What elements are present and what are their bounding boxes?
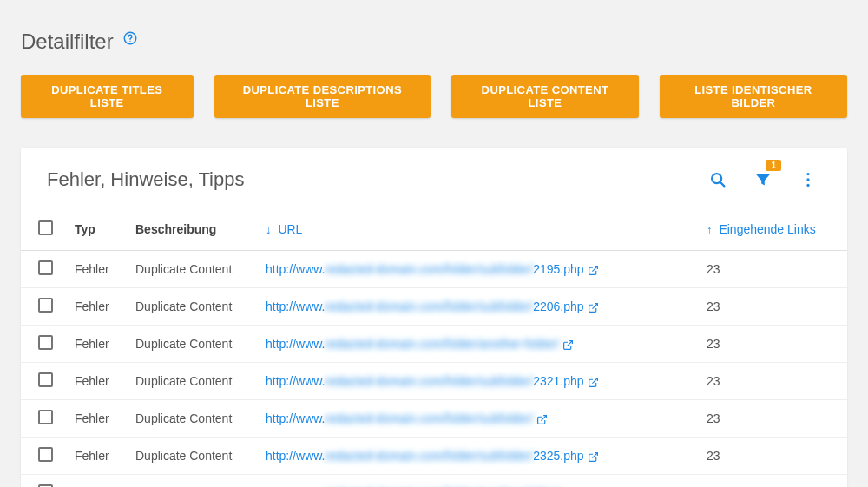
- search-icon[interactable]: [708, 170, 727, 189]
- table-row: FehlerDuplicate Contenthttp://www.redact…: [21, 326, 847, 363]
- svg-line-9: [567, 340, 572, 346]
- sort-down-icon: ↓: [266, 223, 272, 236]
- table-row: FehlerDuplicate Contenthttp://www.redact…: [21, 475, 847, 488]
- row-url: http://www.redacted-domain.com/folder/an…: [259, 326, 700, 363]
- row-url: http://www.redacted-domain.com/folder/su…: [259, 438, 700, 475]
- svg-line-7: [592, 266, 597, 271]
- row-checkbox[interactable]: [38, 298, 53, 313]
- filter-icon[interactable]: 1: [753, 170, 773, 189]
- external-link-icon[interactable]: [588, 265, 599, 276]
- row-checkbox[interactable]: [38, 372, 53, 387]
- url-link[interactable]: http://www.redacted-domain.com/folder/su…: [266, 374, 584, 388]
- row-links: 23: [700, 438, 847, 475]
- row-typ: Fehler: [68, 326, 128, 363]
- row-checkbox[interactable]: [38, 447, 53, 462]
- external-link-icon[interactable]: [588, 302, 599, 313]
- select-all-checkbox[interactable]: [38, 220, 53, 235]
- col-url[interactable]: ↓ URL: [259, 208, 700, 251]
- row-links: 23: [700, 251, 847, 288]
- page-title: Detailfilter: [21, 30, 114, 54]
- url-link[interactable]: http://www.redacted-domain.com/folder/su…: [266, 262, 584, 276]
- external-link-icon[interactable]: [588, 451, 599, 463]
- external-link-icon[interactable]: [562, 339, 574, 351]
- row-typ: Fehler: [68, 363, 128, 400]
- external-link-icon[interactable]: [536, 414, 548, 425]
- row-typ: Fehler: [68, 400, 128, 438]
- row-desc: Duplicate Content: [128, 400, 259, 438]
- row-desc: Duplicate Content: [128, 326, 259, 363]
- table-row: FehlerDuplicate Contenthttp://www.redact…: [21, 363, 847, 400]
- filter-button-row: DUPLICATE TITLES LISTE DUPLICATE DESCRIP…: [0, 63, 868, 118]
- row-typ: Fehler: [68, 251, 128, 288]
- row-links: 19: [700, 475, 847, 488]
- svg-point-4: [806, 173, 809, 175]
- duplicate-titles-button[interactable]: DUPLICATE TITLES LISTE: [21, 75, 194, 118]
- svg-line-8: [592, 303, 597, 308]
- row-links: 23: [700, 326, 847, 363]
- row-typ: Fehler: [68, 438, 128, 475]
- sort-up-icon: ↑: [707, 223, 713, 236]
- row-url: http://www.redacted-domain.com/folder/an…: [259, 475, 700, 488]
- url-link[interactable]: http://www.redacted-domain.com/folder/an…: [266, 337, 559, 351]
- row-url: http://www.redacted-domain.com/folder/su…: [259, 251, 700, 288]
- more-icon[interactable]: [799, 170, 818, 189]
- col-links-label: Eingehende Links: [719, 222, 815, 236]
- svg-line-11: [542, 415, 547, 420]
- svg-point-6: [806, 184, 809, 187]
- row-url: http://www.redacted-domain.com/folder/su…: [259, 363, 700, 400]
- duplicate-content-button[interactable]: DUPLICATE CONTENT LISTE: [451, 75, 639, 118]
- row-desc: Duplicate Content: [128, 251, 259, 288]
- col-url-label: URL: [278, 222, 302, 236]
- svg-line-3: [720, 182, 724, 186]
- row-links: 23: [700, 363, 847, 400]
- duplicate-descriptions-button[interactable]: DUPLICATE DESCRIPTIONS LISTE: [214, 75, 431, 118]
- help-icon[interactable]: [122, 30, 138, 46]
- url-link[interactable]: http://www.redacted-domain.com/folder/su…: [266, 449, 584, 463]
- table-row: FehlerDuplicate Contenthttp://www.redact…: [21, 438, 847, 475]
- col-beschreibung[interactable]: Beschreibung: [128, 208, 259, 251]
- row-desc: Duplicate Content: [128, 288, 259, 326]
- table-row: FehlerDuplicate Contenthttp://www.redact…: [21, 400, 847, 438]
- row-links: 23: [700, 400, 847, 438]
- col-eingehende-links[interactable]: ↑ Eingehende Links: [700, 208, 847, 251]
- row-url: http://www.redacted-domain.com/folder/su…: [259, 400, 700, 438]
- row-desc: Duplicate Content: [128, 475, 259, 488]
- svg-line-12: [592, 452, 597, 457]
- row-typ: Fehler: [68, 475, 128, 488]
- table-row: FehlerDuplicate Contenthttp://www.redact…: [21, 288, 847, 326]
- svg-point-1: [129, 41, 130, 42]
- row-checkbox[interactable]: [38, 410, 53, 424]
- url-link[interactable]: http://www.redacted-domain.com/folder/su…: [266, 299, 584, 313]
- table-row: FehlerDuplicate Contenthttp://www.redact…: [21, 251, 847, 288]
- row-links: 23: [700, 288, 847, 326]
- row-desc: Duplicate Content: [128, 438, 259, 475]
- svg-point-5: [806, 178, 809, 181]
- svg-line-10: [592, 378, 597, 383]
- row-desc: Duplicate Content: [128, 363, 259, 400]
- row-checkbox[interactable]: [38, 260, 53, 275]
- results-table: Typ Beschreibung ↓ URL ↑ Eingehende Link…: [21, 208, 847, 487]
- row-typ: Fehler: [68, 288, 128, 326]
- col-typ[interactable]: Typ: [68, 208, 128, 251]
- external-link-icon[interactable]: [588, 377, 599, 388]
- identical-images-button[interactable]: LISTE IDENTISCHER BILDER: [660, 75, 847, 118]
- results-card: Fehler, Hinweise, Tipps 1: [21, 148, 847, 487]
- filter-badge: 1: [766, 160, 781, 171]
- row-url: http://www.redacted-domain.com/folder/su…: [259, 288, 700, 326]
- card-title: Fehler, Hinweise, Tipps: [47, 168, 708, 191]
- url-link[interactable]: http://www.redacted-domain.com/folder/su…: [266, 411, 533, 425]
- row-checkbox[interactable]: [38, 335, 53, 350]
